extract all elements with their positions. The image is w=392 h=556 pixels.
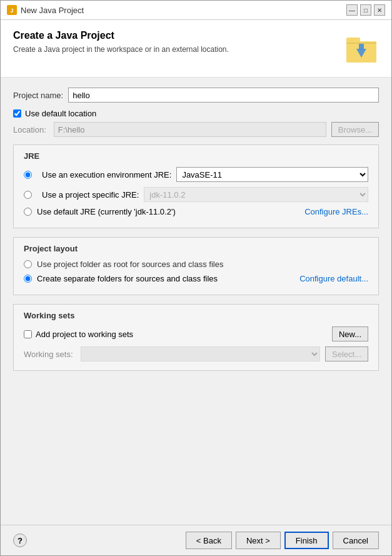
configure-default-link[interactable]: Configure default... bbox=[299, 274, 368, 283]
svg-text:J: J bbox=[10, 8, 13, 14]
location-label: Location: bbox=[13, 125, 46, 134]
working-sets-title: Working sets bbox=[24, 311, 368, 320]
footer-left: ? bbox=[13, 533, 27, 547]
project-name-row: Project name: bbox=[13, 88, 379, 103]
minimize-button[interactable]: — bbox=[346, 4, 358, 16]
cancel-button[interactable]: Cancel bbox=[333, 532, 379, 549]
layout-separate-label: Create separate folders for sources and … bbox=[37, 274, 218, 283]
location-row: Location: Browse... bbox=[13, 122, 379, 137]
window-icon: J bbox=[7, 5, 17, 15]
jre-project-label: Use a project specific JRE: bbox=[42, 190, 139, 200]
layout-separate-radio[interactable] bbox=[24, 275, 32, 283]
title-bar: J New Java Project — □ ✕ bbox=[1, 1, 391, 20]
window-title: New Java Project bbox=[21, 6, 343, 15]
new-working-set-button[interactable]: New... bbox=[332, 326, 368, 341]
next-button[interactable]: Next > bbox=[236, 532, 281, 549]
working-sets-label: Working sets: bbox=[24, 350, 73, 359]
close-button[interactable]: ✕ bbox=[374, 4, 385, 16]
footer: ? < Back Next > Finish Cancel bbox=[1, 525, 391, 555]
layout-root-row: Use project folder as root for sources a… bbox=[24, 260, 368, 269]
jre-env-row: Use an execution environment JRE: JavaSE… bbox=[24, 167, 368, 182]
dialog-description: Create a Java project in the workspace o… bbox=[13, 45, 229, 54]
layout-root-label: Use project folder as root for sources a… bbox=[37, 260, 223, 269]
layout-separate-row: Create separate folders for sources and … bbox=[24, 274, 368, 283]
svg-rect-7 bbox=[359, 44, 364, 50]
jre-project-radio[interactable] bbox=[24, 191, 32, 199]
location-input[interactable] bbox=[54, 122, 326, 137]
window-controls: — □ ✕ bbox=[346, 4, 385, 16]
configure-jres-link[interactable]: Configure JREs... bbox=[304, 207, 368, 216]
folder-icon bbox=[344, 30, 379, 67]
jre-project-row: Use a project specific JRE: jdk-11.0.2 bbox=[24, 187, 368, 202]
select-working-sets-button[interactable]: Select... bbox=[325, 346, 368, 361]
layout-root-radio[interactable] bbox=[24, 260, 32, 268]
maximize-button[interactable]: □ bbox=[360, 4, 371, 16]
browse-button[interactable]: Browse... bbox=[331, 122, 379, 137]
jre-default-row: Use default JRE (currently 'jdk-11.0.2')… bbox=[24, 207, 368, 216]
help-button[interactable]: ? bbox=[13, 533, 27, 547]
add-working-sets-checkbox[interactable] bbox=[24, 330, 32, 338]
working-sets-section: Working sets Add project to working sets… bbox=[13, 304, 379, 371]
layout-separate-radio-group: Create separate folders for sources and … bbox=[24, 274, 218, 283]
working-sets-checkbox-group: Add project to working sets bbox=[24, 330, 133, 339]
svg-rect-5 bbox=[346, 43, 376, 44]
use-default-location-checkbox[interactable] bbox=[13, 109, 21, 118]
project-layout-section: Project layout Use project folder as roo… bbox=[13, 237, 379, 295]
jre-env-label: Use an execution environment JRE: bbox=[42, 170, 171, 179]
jre-default-radio[interactable] bbox=[24, 208, 32, 216]
use-default-location-label[interactable]: Use default location bbox=[25, 109, 96, 118]
jre-env-radio[interactable] bbox=[24, 171, 32, 179]
working-sets-select[interactable] bbox=[81, 346, 321, 361]
header: Create a Java Project Create a Java proj… bbox=[1, 20, 391, 78]
finish-button[interactable]: Finish bbox=[284, 532, 329, 549]
working-sets-add-row: Add project to working sets New... bbox=[24, 326, 368, 341]
add-working-sets-label[interactable]: Add project to working sets bbox=[36, 330, 133, 339]
project-name-label: Project name: bbox=[13, 91, 63, 100]
main-window: J New Java Project — □ ✕ Create a Java P… bbox=[0, 0, 392, 556]
jre-section-title: JRE bbox=[24, 151, 368, 161]
project-layout-title: Project layout bbox=[24, 244, 368, 253]
jre-default-radio-group: Use default JRE (currently 'jdk-11.0.2') bbox=[24, 207, 176, 216]
project-name-input[interactable] bbox=[68, 88, 379, 103]
use-default-location-row: Use default location bbox=[13, 109, 379, 118]
footer-buttons: < Back Next > Finish Cancel bbox=[186, 532, 379, 549]
jre-section: JRE Use an execution environment JRE: Ja… bbox=[13, 144, 379, 228]
working-sets-bottom-row: Working sets: Select... bbox=[24, 346, 368, 361]
content-area: Project name: Use default location Locat… bbox=[1, 78, 391, 525]
dialog-title: Create a Java Project bbox=[13, 30, 229, 41]
jre-default-label: Use default JRE (currently 'jdk-11.0.2') bbox=[37, 207, 176, 216]
jre-project-select[interactable]: jdk-11.0.2 bbox=[144, 187, 368, 202]
header-text: Create a Java Project Create a Java proj… bbox=[13, 30, 229, 54]
jre-env-select[interactable]: JavaSE-11 JavaSE-8 JavaSE-17 bbox=[176, 167, 368, 182]
back-button[interactable]: < Back bbox=[186, 532, 232, 549]
